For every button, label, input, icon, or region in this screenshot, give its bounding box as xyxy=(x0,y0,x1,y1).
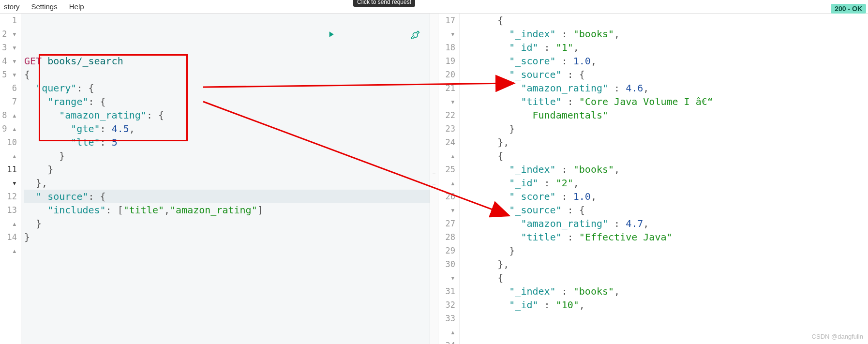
request-editor[interactable]: 12 ▾3 ▾4 ▾5 ▾678 ▴9 ▴10 ▴11 ▾1213 ▴14 ▴ … xyxy=(0,14,430,344)
menu-bar: story Settings Help xyxy=(0,0,868,14)
line-gutter-right: 17 ▾18192021 ▾222324 ▴25 ▴26 ▾27282930 ▾… xyxy=(438,14,460,344)
editor-actions xyxy=(256,15,420,56)
wrench-icon[interactable] xyxy=(341,15,420,56)
request-code[interactable]: GET books/_search{ "query": { "range": {… xyxy=(21,14,430,344)
watermark: CSDN @dangfulin xyxy=(812,333,863,340)
response-viewer[interactable]: 17 ▾18192021 ▾222324 ▴25 ▴26 ▾27282930 ▾… xyxy=(438,14,868,344)
send-request-tooltip: Click to send request xyxy=(353,0,415,7)
status-badge: 200 - OK xyxy=(831,4,866,14)
play-icon[interactable] xyxy=(256,15,336,56)
line-gutter-left: 12 ▾3 ▾4 ▾5 ▾678 ▴9 ▴10 ▴11 ▾1213 ▴14 ▴ xyxy=(0,14,21,344)
menu-help[interactable]: Help xyxy=(69,2,84,11)
menu-settings[interactable]: Settings xyxy=(31,2,58,11)
response-code: { "_index" : "books", "_id" : "1", "_sco… xyxy=(460,14,868,344)
menu-history[interactable]: story xyxy=(4,2,20,11)
pane-divider[interactable] xyxy=(430,14,438,344)
